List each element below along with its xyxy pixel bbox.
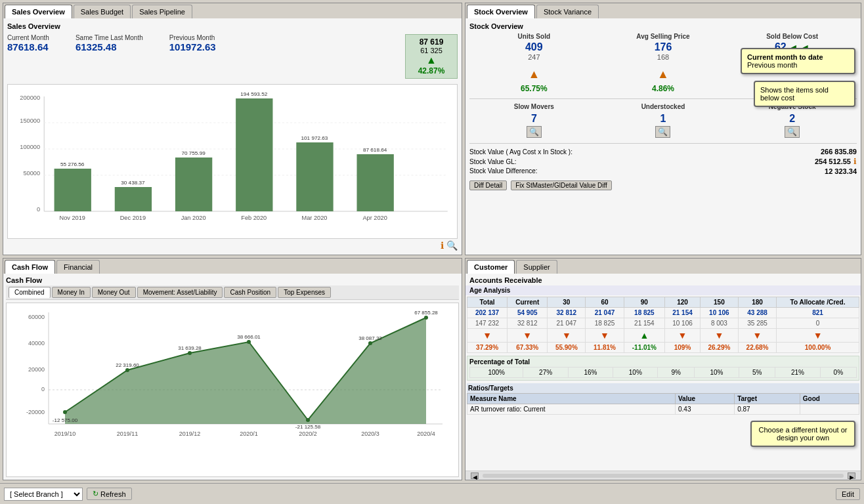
svg-text:Nov 2019: Nov 2019 [60,215,85,221]
previous-month-block: Previous Month 101972.63 [169,34,216,52]
svg-text:Dec 2019: Dec 2019 [120,215,146,221]
svg-point-42 [368,341,372,345]
tab-sales-pipeline[interactable]: Sales Pipeline [132,5,192,18]
svg-text:2019/11: 2019/11 [117,430,139,437]
svg-rect-18 [296,142,333,211]
branch-select[interactable]: [ Select Branch ] [4,488,83,501]
tab-stock-overview[interactable]: Stock Overview [467,5,535,18]
svg-text:67 855.28: 67 855.28 [414,310,438,316]
trend-180: ▼ [738,329,776,343]
svg-text:Jan 2020: Jan 2020 [181,215,206,221]
col-180: 180 [738,297,776,308]
col-120: 120 [665,297,701,308]
same-time-last-label: Same Time Last Month [76,34,143,41]
ptotal-col-90: 9% [658,368,694,378]
stock-gl-value: 254 512.55 [815,158,851,165]
avg-pct: 4.86% [599,84,728,93]
col-150: 150 [700,297,738,308]
understocked-value: 1 [599,113,728,125]
svg-text:87 618.64: 87 618.64 [363,147,387,153]
svg-text:20000: 20000 [28,366,45,373]
pct-150: 26.29% [700,343,738,353]
svg-text:-12 575.00: -12 575.00 [53,417,78,423]
tooltip-current-text: Current month to date [747,53,849,61]
pct-120: 109% [665,343,701,353]
svg-text:Mar 2020: Mar 2020 [302,215,328,221]
ar-val-current-2: 32 812 [508,318,548,329]
previous-month-value: 101972.63 [169,41,216,52]
svg-text:-21 125.58: -21 125.58 [295,424,321,430]
tab-movement[interactable]: Movement: Asset/Liability [137,287,223,298]
svg-text:38 666.01: 38 666.01 [237,334,261,340]
tab-financial[interactable]: Financial [56,260,100,274]
understocked-search[interactable]: 🔍 [655,126,670,138]
tab-money-in[interactable]: Money In [52,287,91,298]
sales-panel-title: Sales Overview [7,22,458,30]
fix-btn[interactable]: Fix StMaster/GlDetail Value Diff [511,180,612,190]
tab-customer[interactable]: Customer [467,260,515,274]
tab-stock-variance[interactable]: Stock Variance [536,5,599,18]
ar-val-total-2: 147 232 [467,318,508,329]
pct-total: 37.29% [467,343,508,353]
col-90: 90 [624,297,665,308]
tab-sales-overview[interactable]: Sales Overview [5,5,72,18]
chart-info-icon[interactable]: ℹ [441,240,444,251]
svg-text:Apr 2020: Apr 2020 [362,215,387,221]
svg-point-37 [63,410,67,414]
ptotal-col-30: 16% [568,368,613,378]
svg-text:-20000: -20000 [26,409,45,415]
tooltip-sold-below: Shows the items sold below cost [754,81,855,107]
tooltip-sold-below-text: Shows the items sold below cost [760,86,849,102]
tab-top-expenses[interactable]: Top Expenses [278,287,331,298]
refresh-button[interactable]: ↻ Refresh [87,488,132,500]
svg-text:2019/12: 2019/12 [179,430,201,437]
avg-selling-prev: 168 [599,53,728,65]
units-trend: ▲ [469,68,599,81]
tab-sales-budget[interactable]: Sales Budget [74,5,131,18]
svg-text:38 087.32: 38 087.32 [358,335,382,341]
edit-button[interactable]: Edit [836,488,860,500]
slow-movers-header: Slow Movers [469,103,599,110]
avg-selling-value: 176 [599,41,728,53]
pct-60: 11.81% [586,343,624,353]
tab-combined[interactable]: Combined [9,287,51,298]
ar-val-60-1: 21 047 [586,308,624,318]
ptotal-col-60: 10% [613,368,658,378]
tab-cash-position[interactable]: Cash Position [224,287,276,298]
svg-text:22 319.60: 22 319.60 [116,362,139,368]
ar-val-150-1: 10 106 [700,308,738,318]
same-time-last-value: 61325.48 [76,41,143,52]
stock-diff-value: 12 323.34 [825,167,857,175]
col-total: Total [467,297,508,308]
ptotal-col-total: 100% [470,368,523,378]
ratios-col-measure: Measure Name [467,394,676,404]
ratio-row-target: 0.87 [735,404,800,415]
ar-val-150-2: 8 003 [700,318,738,329]
tab-supplier[interactable]: Supplier [516,260,557,274]
tab-money-out[interactable]: Money Out [92,287,136,298]
stock-gl-label: Stock Value GL: [469,158,517,165]
ar-val-alloc-1: 821 [777,308,859,318]
col-60: 60 [586,297,624,308]
understocked-header: Understocked [599,103,728,110]
current-month-label: Current Month [7,34,49,41]
pct-total-label: Percentage of Total [469,358,857,366]
badge-sub: 61 325 [412,47,450,54]
diff-detail-btn[interactable]: Diff Detail [469,180,507,190]
ar-val-60-2: 18 825 [586,318,624,329]
slow-movers-value: 7 [469,113,599,125]
ptotal-col-120: 10% [694,368,739,378]
svg-text:2020/2: 2020/2 [299,430,317,437]
svg-rect-20 [356,154,393,211]
trend-120: ▼ [665,329,701,343]
tab-cashflow[interactable]: Cash Flow [5,260,55,274]
chart-search-icon[interactable]: 🔍 [446,240,458,251]
svg-text:Feb 2020: Feb 2020 [241,215,267,221]
scroll-right-btn[interactable]: ► [848,472,855,479]
scroll-left-btn[interactable]: ◄ [471,472,479,479]
stock-gl-info-icon[interactable]: ℹ [853,157,857,166]
slow-movers-search[interactable]: 🔍 [527,126,542,138]
tooltip-layout: Choose a different layout or design your… [750,421,855,447]
horizontal-scrollbar[interactable]: ◄ ► [465,471,861,480]
negative-stock-search[interactable]: 🔍 [785,126,800,138]
